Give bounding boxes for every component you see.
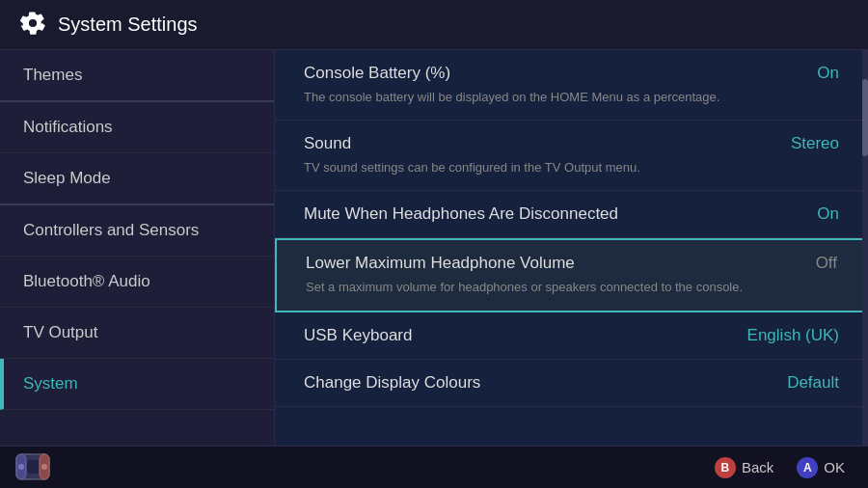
setting-row-sound[interactable]: SoundStereoTV sound settings can be conf…: [275, 121, 868, 191]
setting-row-console-battery[interactable]: Console Battery (%)OnThe console battery…: [275, 50, 868, 121]
setting-desc-lower-volume: Set a maximum volume for headphones or s…: [306, 279, 837, 296]
setting-value-display-colours: Default: [787, 373, 839, 393]
setting-value-usb-keyboard: English (UK): [747, 326, 839, 345]
gear-icon: [19, 10, 46, 41]
scrollbar-thumb: [862, 79, 868, 156]
setting-desc-sound: TV sound settings can be configured in t…: [304, 159, 839, 176]
setting-row-lower-volume[interactable]: Lower Maximum Headphone VolumeOffSet a m…: [275, 238, 868, 312]
setting-row-mute-headphones[interactable]: Mute When Headphones Are DisconnectedOn: [275, 191, 868, 238]
setting-label-mute-headphones: Mute When Headphones Are Disconnected: [304, 204, 618, 224]
sidebar-item-sleep-mode[interactable]: Sleep Mode: [0, 153, 274, 205]
bottom-bar: B Back A OK: [0, 446, 868, 488]
setting-row-display-colours[interactable]: Change Display ColoursDefault: [275, 360, 868, 407]
sidebar-item-bluetooth[interactable]: Bluetooth® Audio: [0, 257, 274, 308]
svg-point-4: [41, 464, 47, 470]
setting-label-usb-keyboard: USB Keyboard: [304, 326, 412, 345]
setting-label-console-battery: Console Battery (%): [304, 64, 450, 83]
ok-button[interactable]: A OK: [797, 457, 845, 478]
scrollbar-track: [862, 50, 868, 446]
setting-row-usb-keyboard[interactable]: USB KeyboardEnglish (UK): [275, 312, 868, 360]
back-label: Back: [742, 459, 773, 475]
header: System Settings: [0, 0, 868, 50]
setting-value-sound: Stereo: [791, 134, 839, 153]
page-title: System Settings: [58, 14, 198, 36]
sidebar-item-themes[interactable]: Themes: [0, 50, 274, 102]
back-button[interactable]: B Back: [715, 457, 773, 478]
setting-label-sound: Sound: [304, 134, 351, 153]
sidebar-item-system[interactable]: System: [0, 359, 274, 410]
sidebar-item-tv-output[interactable]: TV Output: [0, 308, 274, 359]
b-button-circle: B: [715, 457, 736, 478]
setting-value-mute-headphones: On: [817, 204, 839, 224]
main-layout: ThemesNotificationsSleep ModeControllers…: [0, 50, 868, 446]
setting-value-console-battery: On: [817, 64, 839, 83]
switch-icon: [15, 453, 50, 480]
setting-label-lower-volume: Lower Maximum Headphone Volume: [306, 254, 575, 273]
sidebar-item-controllers[interactable]: Controllers and Sensors: [0, 205, 274, 257]
settings-content[interactable]: Console Battery (%)OnThe console battery…: [275, 50, 868, 446]
setting-desc-console-battery: The console battery will be displayed on…: [304, 89, 839, 106]
ok-label: OK: [824, 459, 845, 475]
sidebar-item-notifications[interactable]: Notifications: [0, 102, 274, 153]
setting-label-display-colours: Change Display Colours: [304, 373, 480, 393]
svg-point-3: [18, 464, 24, 470]
sidebar: ThemesNotificationsSleep ModeControllers…: [0, 50, 275, 446]
svg-rect-5: [27, 460, 39, 474]
a-button-circle: A: [797, 457, 818, 478]
setting-value-lower-volume: Off: [816, 254, 837, 273]
